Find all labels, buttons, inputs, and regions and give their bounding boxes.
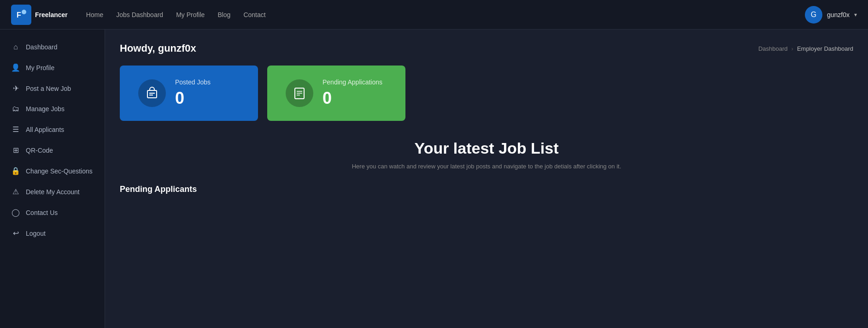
sidebar-item-all-applicants[interactable]: ☰ All Applicants [0, 119, 105, 140]
sidebar-item-contact-us[interactable]: ◯ Contact Us [0, 202, 105, 223]
pending-apps-info: Pending Applications 0 [323, 78, 382, 108]
breadcrumb-dashboard[interactable]: Dashboard [758, 45, 788, 52]
sidebar-label-logout: Logout [26, 230, 46, 237]
qr-icon: ⊞ [11, 146, 20, 155]
home-icon: ⌂ [11, 43, 20, 51]
send-icon: ✈ [11, 84, 20, 93]
posted-jobs-icon [138, 79, 166, 107]
main-layout: ⌂ Dashboard 👤 My Profile ✈ Post a New Jo… [0, 30, 868, 328]
stat-card-posted-jobs[interactable]: Posted Jobs 0 [120, 66, 258, 121]
sidebar-item-delete-account[interactable]: ⚠ Delete My Account [0, 181, 105, 202]
nav-blog[interactable]: Blog [217, 11, 230, 18]
top-navigation: F Freelancer Home Jobs Dashboard My Prof… [0, 0, 868, 30]
posted-jobs-info: Posted Jobs 0 [175, 78, 211, 108]
sidebar-item-manage-jobs[interactable]: 🗂 Manage Jobs [0, 99, 105, 119]
sidebar-label-all-applicants: All Applicants [26, 126, 64, 133]
sidebar-label-manage-jobs: Manage Jobs [26, 105, 65, 113]
nav-home[interactable]: Home [86, 11, 103, 18]
sidebar-label-sec-questions: Change Sec-Questions [26, 167, 93, 175]
posted-jobs-value: 0 [175, 89, 211, 108]
nav-my-profile[interactable]: My Profile [176, 11, 205, 18]
pending-apps-icon [286, 79, 313, 107]
sidebar-label-delete-account: Delete My Account [26, 188, 80, 196]
breadcrumb-separator: › [792, 45, 793, 52]
sidebar-item-logout[interactable]: ↩ Logout [0, 223, 105, 244]
sidebar-item-my-profile[interactable]: 👤 My Profile [0, 57, 105, 78]
sidebar-item-dashboard[interactable]: ⌂ Dashboard [0, 37, 105, 57]
nav-contact[interactable]: Contact [243, 11, 265, 18]
pending-applicants-section: Pending Applicants [120, 185, 853, 194]
nav-links: Home Jobs Dashboard My Profile Blog Cont… [86, 11, 805, 18]
page-greeting: Howdy, gunzf0x [120, 42, 196, 54]
list-icon: ☰ [11, 125, 20, 134]
lock-icon: 🔒 [11, 167, 20, 175]
contact-icon: ◯ [11, 208, 20, 217]
job-list-title: Your latest Job List [120, 139, 853, 157]
breadcrumb-current: Employer Dashboard [797, 45, 853, 52]
nav-jobs-dashboard[interactable]: Jobs Dashboard [116, 11, 163, 18]
job-list-section: Your latest Job List Here you can watch … [120, 139, 853, 170]
stat-card-pending-apps[interactable]: Pending Applications 0 [267, 66, 405, 121]
logout-icon: ↩ [11, 229, 20, 238]
sidebar-item-sec-questions[interactable]: 🔒 Change Sec-Questions [0, 161, 105, 181]
svg-rect-3 [147, 90, 157, 98]
posted-jobs-label: Posted Jobs [175, 78, 211, 86]
pending-apps-value: 0 [323, 89, 382, 108]
user-menu[interactable]: G gunzf0x ▾ [805, 6, 857, 24]
sidebar-label-my-profile: My Profile [26, 64, 54, 72]
sidebar-label-post-job: Post a New Job [26, 85, 71, 92]
person-icon: 👤 [11, 63, 20, 72]
sidebar-item-post-job[interactable]: ✈ Post a New Job [0, 78, 105, 99]
logo-icon: F [11, 5, 31, 25]
svg-text:F: F [17, 11, 21, 19]
breadcrumb: Dashboard › Employer Dashboard [758, 45, 853, 52]
avatar: G [805, 6, 822, 24]
pending-applicants-title: Pending Applicants [120, 185, 853, 194]
chevron-down-icon: ▾ [854, 12, 857, 18]
sidebar-item-qr-code[interactable]: ⊞ QR-Code [0, 140, 105, 161]
logo[interactable]: F Freelancer [11, 5, 68, 25]
svg-point-2 [22, 10, 26, 14]
breadcrumb-row: Howdy, gunzf0x Dashboard › Employer Dash… [120, 42, 853, 54]
user-name: gunzf0x [827, 11, 850, 18]
warning-icon: ⚠ [11, 187, 20, 196]
logo-text: Freelancer [35, 11, 68, 18]
main-content: Howdy, gunzf0x Dashboard › Employer Dash… [105, 30, 868, 328]
stat-cards: Posted Jobs 0 Pending Applications 0 [120, 66, 853, 121]
sidebar: ⌂ Dashboard 👤 My Profile ✈ Post a New Jo… [0, 30, 105, 328]
sidebar-label-qr-code: QR-Code [26, 147, 53, 154]
pending-apps-label: Pending Applications [323, 78, 382, 86]
briefcase-icon: 🗂 [11, 105, 20, 113]
sidebar-label-dashboard: Dashboard [26, 43, 58, 51]
job-list-subtitle: Here you can watch and review your lates… [120, 163, 853, 170]
sidebar-label-contact-us: Contact Us [26, 209, 58, 216]
